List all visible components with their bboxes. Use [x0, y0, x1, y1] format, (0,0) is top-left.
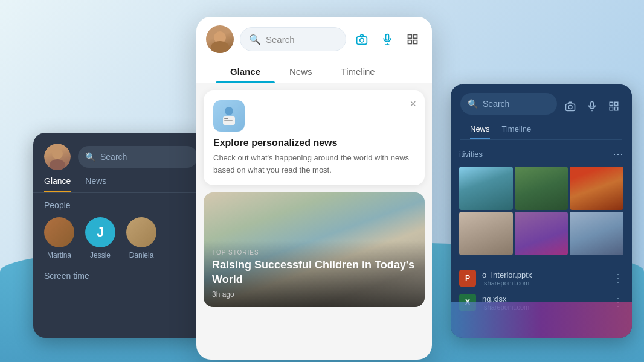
tab-news-right[interactable]: News [470, 124, 490, 139]
people-row: Martina J Jessie Daniela [33, 217, 208, 259]
photo-abstract[interactable] [515, 212, 568, 255]
person-name-daniela: Daniela [129, 251, 154, 259]
panel-center: 🔍 Search [196, 17, 432, 360]
center-top-row: 🔍 Search [206, 25, 422, 53]
svg-point-15 [568, 106, 572, 109]
person-martina[interactable]: Martina [44, 217, 74, 259]
story-card[interactable]: TOP STORIES Raising Successful Children … [204, 192, 425, 307]
close-promo-button[interactable]: × [410, 98, 416, 110]
svg-rect-20 [615, 107, 618, 110]
photo-group[interactable] [570, 212, 623, 255]
center-search-text: Search [266, 34, 295, 45]
tab-timeline-center[interactable]: Timeline [327, 60, 390, 83]
person-avatar-jessie: J [85, 217, 115, 247]
story-label: TOP STORIES [212, 249, 416, 256]
person-avatar-martina [44, 217, 74, 247]
center-tabs: Glance News Timeline [206, 60, 422, 83]
photo-mountains[interactable] [459, 167, 513, 210]
svg-rect-16 [591, 102, 594, 107]
right-search-bar[interactable]: 🔍 Search [460, 93, 557, 115]
camera-icon[interactable] [352, 30, 372, 49]
left-search-bar[interactable]: 🔍 Search [78, 146, 198, 168]
svg-rect-7 [414, 40, 417, 44]
search-icon-right: 🔍 [468, 99, 478, 109]
avatar-image [44, 144, 71, 170]
svg-rect-6 [414, 35, 417, 39]
svg-point-1 [360, 38, 364, 42]
file-source-pptx: .sharepoint.com [482, 279, 613, 287]
person-name-jessie: Jessie [90, 251, 111, 259]
person-daniela[interactable]: Daniela [126, 217, 156, 259]
center-avatar [206, 25, 234, 53]
tab-news-left[interactable]: News [85, 176, 106, 192]
search-icon-center: 🔍 [249, 34, 261, 45]
screen-time-section: Screen time [33, 270, 208, 281]
file-icon-pptx: P [459, 270, 476, 287]
person-jessie[interactable]: J Jessie [85, 217, 115, 259]
avatar [44, 144, 71, 170]
svg-rect-18 [610, 102, 613, 105]
panel-left: 🔍 Search Glance News People Martina J Je… [33, 133, 208, 338]
svg-rect-21 [610, 107, 613, 110]
svg-rect-11 [224, 118, 228, 119]
photo-autumn[interactable] [570, 167, 623, 210]
svg-rect-8 [408, 40, 412, 44]
right-search-text: Search [483, 99, 550, 109]
screen-time-label: Screen time [44, 271, 89, 281]
left-tabs: Glance News [33, 176, 208, 193]
file-info-pptx: o_Interior.pptx .sharepoint.com [482, 270, 613, 287]
news-promo-title: Explore personalized news [213, 138, 415, 148]
photo-forest[interactable] [515, 167, 568, 210]
news-promo-desc: Check out what's happening around the wo… [213, 152, 415, 176]
story-title: Raising Successful Children in Today's W… [212, 258, 416, 287]
news-illustration [213, 100, 245, 132]
panel-right: 🔍 Search [451, 84, 632, 338]
svg-rect-13 [224, 122, 231, 122]
svg-rect-19 [615, 102, 618, 105]
activities-more-button[interactable]: ⋯ [613, 147, 623, 160]
center-search-bar[interactable]: 🔍 Search [240, 27, 346, 51]
svg-rect-2 [386, 34, 389, 40]
file-dots-pptx[interactable]: ⋮ [613, 272, 623, 285]
settings-icon-right[interactable] [605, 98, 622, 115]
tab-glance-left[interactable]: Glance [44, 176, 71, 192]
file-name-pptx: o_Interior.pptx [482, 270, 613, 279]
center-top-bar: 🔍 Search [196, 17, 432, 83]
svg-point-9 [225, 107, 233, 115]
activities-section: itivities ⋯ [451, 140, 632, 266]
svg-rect-5 [408, 35, 412, 39]
left-search-text: Search [100, 152, 127, 162]
right-top-bar: 🔍 Search [451, 84, 632, 140]
story-overlay: TOP STORIES Raising Successful Children … [204, 241, 425, 307]
tab-timeline-right[interactable]: Timeline [502, 124, 532, 139]
activities-title: itivities [459, 150, 483, 159]
photo-grid [459, 167, 623, 255]
camera-icon-right[interactable] [562, 98, 579, 115]
tab-news-center[interactable]: News [275, 60, 327, 83]
right-tabs: News Timeline [460, 124, 622, 140]
center-content: × Explore personalized news Check out wh… [196, 83, 432, 314]
person-avatar-daniela [126, 217, 156, 247]
svg-rect-12 [224, 120, 233, 121]
settings-icon-center[interactable] [403, 30, 422, 49]
photo-interior[interactable] [459, 212, 513, 255]
news-promo-card: × Explore personalized news Check out wh… [204, 91, 425, 185]
search-icon: 🔍 [85, 152, 95, 162]
tab-glance-center[interactable]: Glance [216, 60, 275, 83]
story-time: 3h ago [212, 290, 416, 299]
left-header: 🔍 Search [33, 133, 208, 176]
file-item-pptx[interactable]: P o_Interior.pptx .sharepoint.com ⋮ [451, 266, 632, 290]
person-name-martina: Martina [47, 251, 71, 259]
color-wave-decoration [451, 302, 632, 338]
activities-header: itivities ⋯ [459, 147, 623, 160]
mic-icon[interactable] [378, 30, 397, 49]
mic-icon-right[interactable] [584, 98, 601, 115]
people-section-title: People [33, 200, 208, 217]
